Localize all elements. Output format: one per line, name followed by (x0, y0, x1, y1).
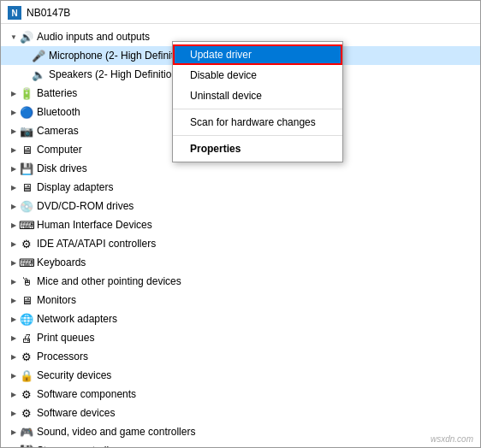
device-label-batteries: Batteries (37, 87, 77, 99)
device-item-security[interactable]: 🔒 Security devices (1, 366, 480, 385)
expand-icon-audio[interactable] (8, 31, 20, 43)
context-menu-item-scan[interactable]: Scan for hardware changes (173, 112, 342, 133)
device-label-security: Security devices (37, 369, 111, 381)
device-item-dvd[interactable]: 💿 DVD/CD-ROM drives (1, 197, 480, 215)
expand-icon-sound[interactable] (8, 426, 20, 438)
dvd-icon: 💿 (20, 199, 33, 213)
device-item-processors[interactable]: ⚙ Processors (1, 347, 480, 366)
device-label-sound: Sound, video and game controllers (37, 426, 195, 438)
print-icon: 🖨 (20, 331, 33, 345)
context-menu: Update driver Disable device Uninstall d… (172, 41, 343, 162)
processors-icon: ⚙ (20, 350, 33, 363)
expand-icon-storage[interactable] (8, 445, 20, 447)
expand-icon-cameras[interactable] (8, 125, 20, 137)
device-label-display: Display adapters (37, 181, 113, 193)
content-area: 🔊 Audio inputs and outputs 🎤 Microphone … (1, 24, 480, 447)
expand-icon-softwarecomp[interactable] (8, 388, 20, 400)
device-label-softwaredev: Software devices (37, 407, 115, 419)
device-item-monitors[interactable]: 🖥 Monitors (1, 291, 480, 309)
context-menu-item-disable-device[interactable]: Disable device (173, 65, 342, 85)
expand-icon-batteries[interactable] (8, 87, 20, 99)
expand-icon-security[interactable] (8, 369, 20, 381)
softwarecomp-icon: ⚙ (20, 387, 33, 401)
device-label-computer: Computer (37, 144, 82, 156)
keyboards-icon: ⌨ (20, 256, 33, 269)
mice-icon: 🖱 (20, 274, 33, 288)
device-manager-window: N NB0147B 🔊 Audio inputs and outputs 🎤 M… (0, 0, 481, 448)
device-label-audio: Audio inputs and outputs (37, 31, 150, 43)
device-label-diskdrives: Disk drives (37, 162, 87, 174)
softwaredev-icon: ⚙ (20, 406, 33, 420)
device-label-print: Print queues (37, 332, 94, 344)
device-label-ide: IDE ATA/ATAPI controllers (37, 238, 156, 250)
network-icon: 🌐 (20, 312, 33, 326)
device-item-ide[interactable]: ⚙ IDE ATA/ATAPI controllers (1, 234, 480, 253)
device-label-storage: Storage controllers (37, 445, 123, 447)
expand-icon-display[interactable] (8, 181, 20, 193)
device-item-softwaredev[interactable]: ⚙ Software devices (1, 404, 480, 422)
expand-icon-dvd[interactable] (8, 200, 20, 212)
monitors-icon: 🖥 (20, 293, 33, 307)
title-bar: N NB0147B (1, 1, 480, 24)
device-item-print[interactable]: 🖨 Print queues (1, 328, 480, 347)
microphone-icon: 🎤 (32, 49, 45, 62)
expand-icon-diskdrives[interactable] (8, 162, 20, 174)
speakers-icon: 🔈 (32, 68, 45, 81)
device-label-keyboards: Keyboards (37, 256, 86, 268)
device-item-sound[interactable]: 🎮 Sound, video and game controllers (1, 422, 480, 441)
device-label-mice: Mice and other pointing devices (37, 275, 181, 287)
device-label-hid: Human Interface Devices (37, 219, 152, 231)
expand-icon-mice[interactable] (8, 275, 20, 287)
context-menu-item-properties[interactable]: Properties (173, 139, 342, 159)
hid-icon: ⌨ (20, 218, 33, 232)
device-item-mice[interactable]: 🖱 Mice and other pointing devices (1, 272, 480, 291)
device-label-network: Network adapters (37, 313, 117, 325)
expand-icon-network[interactable] (8, 313, 20, 325)
storage-icon: 💾 (20, 444, 33, 447)
expand-icon-monitors[interactable] (8, 294, 20, 306)
window-title: NB0147B (27, 7, 70, 19)
device-label-processors: Processors (37, 351, 88, 363)
cameras-icon: 📷 (20, 124, 33, 138)
context-menu-separator-1 (173, 109, 342, 109)
device-label-dvd: DVD/CD-ROM drives (37, 200, 134, 212)
device-item-keyboards[interactable]: ⌨ Keyboards (1, 253, 480, 272)
display-icon: 🖥 (20, 180, 33, 194)
device-label-bluetooth: Bluetooth (37, 106, 80, 118)
bluetooth-icon: 🔵 (20, 105, 33, 119)
device-item-hid[interactable]: ⌨ Human Interface Devices (1, 215, 480, 234)
expand-icon-bluetooth[interactable] (8, 106, 20, 118)
window-icon: N (8, 6, 21, 20)
expand-icon-computer[interactable] (8, 144, 20, 156)
expand-icon-ide[interactable] (8, 238, 20, 250)
device-item-softwarecomp[interactable]: ⚙ Software components (1, 385, 480, 404)
computer-icon: 🖥 (20, 143, 33, 156)
context-menu-separator-2 (173, 135, 342, 136)
diskdrives-icon: 💾 (20, 162, 33, 175)
device-item-display[interactable]: 🖥 Display adapters (1, 178, 480, 197)
ide-icon: ⚙ (20, 237, 33, 251)
context-menu-item-uninstall-device[interactable]: Uninstall device (173, 85, 342, 106)
expand-icon-softwaredev[interactable] (8, 407, 20, 419)
expand-icon-processors[interactable] (8, 351, 20, 363)
device-label-cameras: Cameras (37, 125, 79, 137)
sound-icon: 🎮 (20, 425, 33, 439)
batteries-icon: 🔋 (20, 86, 33, 100)
audio-icon: 🔊 (20, 30, 33, 44)
device-item-network[interactable]: 🌐 Network adapters (1, 309, 480, 328)
device-label-monitors: Monitors (37, 294, 76, 306)
security-icon: 🔒 (20, 368, 33, 382)
expand-icon-print[interactable] (8, 332, 20, 344)
context-menu-item-update-driver[interactable]: Update driver (173, 44, 342, 65)
device-item-storage[interactable]: 💾 Storage controllers (1, 441, 480, 447)
watermark: wsxdn.com (431, 434, 473, 444)
device-label-softwarecomp: Software components (37, 388, 136, 400)
